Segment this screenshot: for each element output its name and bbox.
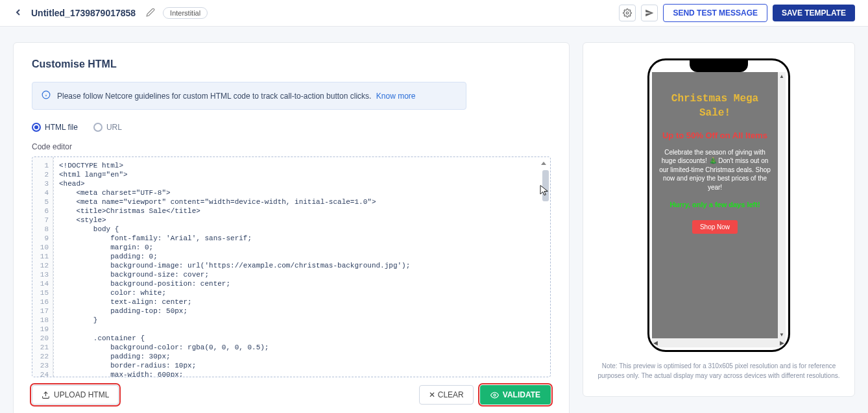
code-editor-label: Code editor	[32, 142, 551, 151]
preview-body-text: Celebrate the season of giving with huge…	[658, 148, 771, 192]
line-gutter: 123456789101112131415161718192021222324	[32, 157, 53, 377]
main-area: Customise HTML Please follow Netcore gui…	[0, 27, 868, 413]
svg-marker-4	[541, 162, 546, 165]
preview-urgency-text: Hurry, only a few days left!	[658, 201, 771, 208]
scroll-down-arrow-icon[interactable]: ▼	[778, 331, 786, 338]
code-editor[interactable]: 123456789101112131415161718192021222324 …	[32, 156, 551, 377]
radio-selected-icon	[32, 123, 41, 132]
upload-html-button[interactable]: UPLOAD HTML	[32, 385, 119, 405]
scroll-up-icon[interactable]	[540, 160, 549, 169]
svg-point-0	[627, 12, 629, 14]
preview-heading: Christmas Mega Sale!	[658, 92, 771, 121]
clear-button[interactable]: ✕ CLEAR	[419, 385, 474, 405]
upload-icon	[42, 391, 50, 399]
radio-html-file[interactable]: HTML file	[32, 123, 78, 132]
scroll-up-arrow-icon[interactable]: ▲	[778, 72, 786, 80]
back-icon[interactable]	[13, 7, 23, 19]
edit-title-icon[interactable]	[146, 8, 155, 19]
info-text: Please follow Netcore guidelines for cus…	[57, 92, 415, 101]
preview-cta-button[interactable]: Shop Now	[692, 220, 738, 234]
scroll-right-arrow-icon[interactable]: ▶	[780, 340, 784, 346]
info-icon	[42, 90, 51, 101]
know-more-link[interactable]: Know more	[376, 92, 416, 101]
svg-point-6	[494, 394, 496, 395]
preview-subheading: Up to 50% Off on All Items	[658, 130, 771, 142]
panel-title: Customise HTML	[32, 58, 551, 70]
close-icon: ✕	[429, 390, 435, 399]
editor-panel: Customise HTML Please follow Netcore gui…	[13, 42, 570, 413]
preview-vertical-scrollbar[interactable]: ▲ ▼	[778, 72, 786, 338]
document-title: Untitled_1739879017858	[31, 8, 136, 18]
preview-note: Note: This preview is optimised for a 31…	[596, 361, 841, 381]
send-icon[interactable]	[641, 5, 658, 21]
code-body[interactable]: <!DOCTYPE html> <html lang="en"> <head> …	[53, 157, 550, 377]
preview-viewport: Christmas Mega Sale! Up to 50% Off on Al…	[652, 72, 786, 347]
topbar-left: Untitled_1739879017858 Interstitial	[13, 7, 208, 19]
phone-frame: Christmas Mega Sale! Up to 50% Off on Al…	[647, 58, 790, 352]
preview-horizontal-scrollbar[interactable]: ◀ ▶	[652, 338, 786, 347]
footer-right: ✕ CLEAR VALIDATE	[419, 385, 551, 405]
source-radio-group: HTML file URL	[32, 123, 551, 132]
preview-panel: Christmas Mega Sale! Up to 50% Off on Al…	[583, 42, 855, 397]
eye-icon	[490, 391, 499, 399]
preview-content: Christmas Mega Sale! Up to 50% Off on Al…	[652, 72, 778, 338]
radio-unselected-icon	[93, 123, 102, 132]
save-template-button[interactable]: SAVE TEMPLATE	[773, 5, 855, 21]
topbar: Untitled_1739879017858 Interstitial SEND…	[0, 0, 868, 27]
settings-icon[interactable]	[619, 5, 636, 21]
topbar-right: SEND TEST MESSAGE SAVE TEMPLATE	[619, 4, 855, 22]
phone-notch	[690, 60, 748, 72]
info-banner: Please follow Netcore guidelines for cus…	[32, 82, 466, 110]
radio-url[interactable]: URL	[93, 123, 122, 132]
scroll-left-arrow-icon[interactable]: ◀	[653, 340, 658, 346]
editor-footer: UPLOAD HTML ✕ CLEAR VALIDATE	[32, 385, 551, 405]
preview-scroll-area: Christmas Mega Sale! Up to 50% Off on Al…	[652, 72, 786, 338]
validate-button[interactable]: VALIDATE	[480, 385, 551, 405]
send-test-button[interactable]: SEND TEST MESSAGE	[663, 4, 767, 22]
scrollbar-thumb[interactable]	[542, 170, 549, 201]
type-badge: Interstitial	[163, 7, 208, 19]
